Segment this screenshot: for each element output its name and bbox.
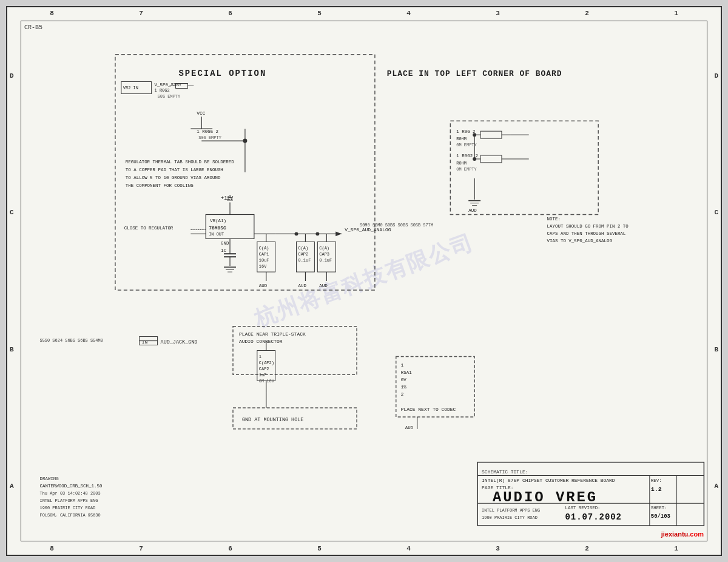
svg-text:CAP1: CAP1: [259, 252, 269, 257]
svg-text:Thu Apr 03 14:02:48 2003: Thu Apr 03 14:02:48 2003: [39, 491, 100, 496]
svg-text:AUD_JACK_GND: AUD_JACK_GND: [161, 339, 198, 345]
svg-text:FOLSOM, CALIFORNIA 95630: FOLSOM, CALIFORNIA 95630: [39, 513, 100, 518]
svg-text:CAP2: CAP2: [259, 367, 269, 371]
schematic-content: CR-B5 杭州将富科技有限公司 SPECIAL OPTION PLACE IN…: [21, 21, 707, 541]
svg-text:50/103: 50/103: [651, 513, 670, 520]
svg-text:INTEL   PLATFORM APPS ENG: INTEL PLATFORM APPS ENG: [482, 508, 540, 513]
svg-text:01.07.2002: 01.07.2002: [565, 512, 621, 522]
svg-text:1.2: 1.2: [651, 486, 662, 493]
svg-text:0M 16V: 0M 16V: [259, 379, 275, 384]
svg-point-58: [315, 232, 319, 235]
svg-text:C(A): C(A): [259, 246, 269, 251]
svg-text:C(A): C(A): [319, 246, 329, 251]
svg-text:CAP3: CAP3: [319, 252, 329, 257]
svg-text:IN: IN: [142, 339, 148, 345]
svg-text:R0HM: R0HM: [456, 137, 467, 141]
svg-text:S5S0 S624 S6BS S6BS S54M0: S5S0 S624 S6BS S6BS S54M0: [39, 338, 103, 343]
svg-text:1%: 1%: [401, 385, 406, 390]
svg-text:1: 1: [259, 354, 261, 359]
svg-text:INTEL   PLATFORM APPS ENG: INTEL PLATFORM APPS ENG: [39, 498, 98, 503]
svg-text:IN      OUT: IN OUT: [209, 232, 224, 237]
svg-text:0M  EMPTY: 0M EMPTY: [456, 143, 477, 147]
svg-text:1900 PRAIRIE CITY ROAD: 1900 PRAIRIE CITY ROAD: [482, 515, 538, 520]
svg-text:S0S EMPTY: S0S EMPTY: [158, 94, 181, 99]
schematic-container: 8 7 6 5 4 3 2 1 8 7 6 5 4 3 2 1 D C B A …: [6, 6, 722, 556]
svg-text:R0HM: R0HM: [456, 161, 467, 166]
svg-text:C(AP2): C(AP2): [259, 361, 274, 365]
svg-text:1C: 1C: [221, 248, 226, 253]
border-right: [707, 21, 707, 541]
grid-bottom: 8 7 6 5 4 3 2 1: [7, 545, 721, 552]
svg-text:PLACE NEXT TO CODEC: PLACE NEXT TO CODEC: [401, 407, 456, 412]
svg-text:SPECIAL OPTION: SPECIAL OPTION: [178, 69, 266, 78]
svg-text:REV:: REV:: [651, 478, 662, 483]
svg-text:INTEL(R) 875P CHIPSET CUSTOMER: INTEL(R) 875P CHIPSET CUSTOMER REFERENCE…: [482, 478, 615, 483]
svg-text:16V: 16V: [259, 264, 267, 269]
svg-text:0.1uF: 0.1uF: [298, 258, 311, 263]
svg-text:2: 2: [401, 392, 403, 397]
svg-text:0.1uF: 0.1uF: [319, 258, 332, 263]
site-label: jiexiantu: [661, 530, 689, 538]
svg-text:10uF: 10uF: [259, 258, 269, 263]
svg-text:LAST REVISED:: LAST REVISED:: [565, 506, 600, 510]
svg-text:1  R0G 2: 1 R0G 2: [456, 129, 475, 134]
svg-text:VIAS TO V_5P0_AUD_ANALOG: VIAS TO V_5P0_AUD_ANALOG: [547, 239, 613, 243]
svg-text:VR2  IN: VR2 IN: [123, 86, 138, 90]
grid-right: D C B A: [714, 7, 718, 555]
svg-text:0M  EMPTY: 0M EMPTY: [456, 167, 477, 172]
svg-point-57: [295, 232, 298, 235]
svg-text:1900 PRAIRIE CITY ROAD: 1900 PRAIRIE CITY ROAD: [39, 506, 95, 510]
svg-text:THE COMPONENT FOR COOLING: THE COMPONENT FOR COOLING: [126, 183, 194, 188]
svg-text:GND AT MOUNTING HOLE: GND AT MOUNTING HOLE: [242, 417, 303, 423]
grid-left: D C B A: [10, 7, 14, 555]
svg-text:1: 1: [401, 363, 404, 368]
svg-rect-84: [480, 155, 502, 163]
svg-rect-76: [480, 131, 502, 138]
svg-text:CANTERWOOD_CRB_SCH_1.50: CANTERWOOD_CRB_SCH_1.50: [39, 484, 102, 489]
svg-text:RSA1: RSA1: [401, 370, 412, 375]
svg-text:V_5P0_STBY: V_5P0_STBY: [155, 83, 182, 87]
border-bottom: [21, 541, 707, 541]
svg-text:LAYOUT SHOULD GO FROM PIN 2 TO: LAYOUT SHOULD GO FROM PIN 2 TO: [547, 224, 629, 229]
svg-text:CLOSE TO REGULATOR: CLOSE TO REGULATOR: [124, 226, 174, 231]
svg-text:AUD: AUD: [259, 283, 268, 288]
svg-text:SCHEMATIC TITLE:: SCHEMATIC TITLE:: [482, 469, 528, 475]
svg-text:V_5P0_AUD_ANALOG: V_5P0_AUD_ANALOG: [345, 227, 391, 232]
svg-text:CAPS AND THEN THROUGH SEVERAL: CAPS AND THEN THROUGH SEVERAL: [547, 231, 626, 236]
grid-top: 8 7 6 5 4 3 2 1: [7, 10, 721, 17]
svg-text:GND: GND: [221, 241, 229, 246]
svg-text:TO ALLOW 5 TO 10 GROUND VIAS A: TO ALLOW 5 TO 10 GROUND VIAS AROUND: [126, 175, 221, 180]
svg-text:NOTE:: NOTE:: [547, 217, 561, 222]
svg-text:PLACE  IN  TOP  LEFT  CORNER  : PLACE IN TOP LEFT CORNER OF BOARD: [387, 69, 562, 78]
svg-text:0V: 0V: [401, 377, 406, 382]
svg-text:VR(A1): VR(A1): [210, 218, 226, 223]
svg-text:AUD: AUD: [298, 283, 307, 288]
svg-text:TO A COPPER PAD THAT IS LARGE : TO A COPPER PAD THAT IS LARGE ENOUGH: [126, 168, 223, 172]
svg-text:C(A): C(A): [298, 246, 309, 251]
svg-text:AUD: AUD: [405, 425, 414, 430]
svg-text:AUDIO  VREG: AUDIO VREG: [493, 489, 598, 506]
schematic-svg: SPECIAL OPTION PLACE IN TOP LEFT CORNER …: [21, 21, 707, 541]
svg-text:1uF: 1uF: [259, 373, 267, 377]
svg-text:AUD: AUD: [319, 283, 328, 288]
svg-text:1  R0G5 2: 1 R0G5 2: [197, 129, 218, 134]
svg-text:AUD: AUD: [468, 208, 477, 213]
site-logo: jiexiantu.com: [661, 530, 704, 538]
svg-text:VCC: VCC: [197, 110, 206, 116]
svg-text:SHEET:: SHEET:: [651, 506, 667, 510]
svg-text:1  R0G2: 1 R0G2: [155, 88, 170, 93]
svg-text:CAP2: CAP2: [298, 252, 309, 257]
svg-text:DRAWING: DRAWING: [39, 476, 59, 481]
svg-text:78M05C: 78M05C: [209, 225, 226, 231]
svg-text:REGULATOR THERMAL TAB SHOULD B: REGULATOR THERMAL TAB SHOULD BE SOLDERED: [126, 160, 234, 164]
svg-text:AUDIO CONNECTOR: AUDIO CONNECTOR: [239, 339, 283, 344]
svg-text:S0S EMPTY: S0S EMPTY: [198, 135, 221, 140]
svg-text:PLACE NEAR TRIPLE-STACK: PLACE NEAR TRIPLE-STACK: [239, 331, 306, 337]
svg-text:S0M0 S0M0 S0BS S0BS S0SB S77M: S0M0 S0M0 S0BS S0BS S0SB S77M: [360, 223, 433, 228]
